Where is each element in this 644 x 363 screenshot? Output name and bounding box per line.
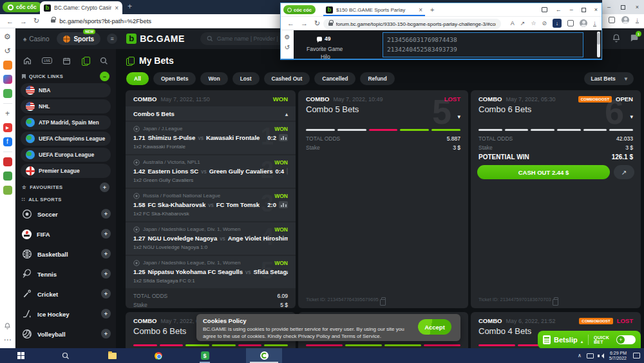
stats-icon[interactable] bbox=[279, 134, 288, 141]
tab-close-icon[interactable] bbox=[419, 6, 422, 14]
card-subheader[interactable]: Combo 5 Bets bbox=[126, 106, 296, 121]
profile-avatar[interactable] bbox=[621, 16, 629, 24]
popup-browser-window[interactable]: cốc cốc $150 BC.GAME Sports Parlay forum… bbox=[280, 3, 602, 60]
bet-card-combo-open[interactable]: COMBO May 7, 2022, 05:30 COMBOBOOST OPEN… bbox=[471, 90, 641, 308]
sidebar-item-uefa-champions[interactable]: UEFA Champions League bbox=[21, 132, 111, 146]
comments-count[interactable]: 49 bbox=[317, 35, 330, 42]
live-icon[interactable]: LIVE bbox=[42, 57, 52, 64]
filter-refund[interactable]: Refund bbox=[360, 72, 394, 85]
filter-cancelled[interactable]: Cancelled bbox=[314, 72, 355, 85]
extensions-icon[interactable] bbox=[567, 20, 574, 26]
network-icon[interactable] bbox=[587, 353, 594, 358]
sidebar-item-ice-hockey[interactable]: Ice Hockey bbox=[21, 306, 111, 322]
maximize-button[interactable] bbox=[621, 5, 625, 10]
popup-scrollbar[interactable] bbox=[597, 32, 600, 57]
back-button[interactable] bbox=[6, 17, 14, 25]
sidebar-item-nhl[interactable]: NHL bbox=[21, 99, 111, 113]
casino-tab[interactable]: Casino bbox=[23, 35, 49, 43]
taskbar-clock[interactable]: 6:29 PM 5/7/2022 bbox=[609, 351, 627, 361]
card-app-icon[interactable] bbox=[3, 186, 12, 195]
browser-tab[interactable]: BC.Game: Crypto Casino Gam bbox=[40, 1, 122, 14]
taskbar-search-icon[interactable] bbox=[58, 348, 73, 363]
add-sport-button[interactable] bbox=[101, 309, 111, 319]
sort-dropdown[interactable]: Last Bets bbox=[584, 72, 634, 85]
extensions-icon[interactable] bbox=[609, 17, 615, 23]
site-chat-icon[interactable]: 1 bbox=[629, 34, 639, 43]
tab-close-icon[interactable] bbox=[115, 5, 118, 12]
add-sport-button[interactable] bbox=[101, 209, 111, 219]
forward-button[interactable] bbox=[20, 17, 27, 25]
youtube-icon[interactable] bbox=[3, 123, 12, 132]
sidebar-item-tennis[interactable]: Tennis bbox=[21, 266, 111, 282]
site-bell-icon[interactable] bbox=[612, 34, 621, 43]
add-sport-button[interactable] bbox=[101, 249, 111, 259]
add-favourite-button[interactable] bbox=[100, 182, 109, 192]
downloads-icon[interactable] bbox=[593, 20, 596, 26]
sports-tab[interactable]: Sports NEW bbox=[57, 32, 100, 45]
new-tab-button[interactable] bbox=[430, 6, 434, 14]
expand-icon[interactable] bbox=[630, 113, 633, 120]
filter-cashed-out[interactable]: Cashed Out bbox=[264, 72, 310, 85]
bet-card-combo-won[interactable]: COMBO May 7, 2022, 11:50 WON Combo 5 Bet… bbox=[126, 90, 296, 308]
my-bets-icon[interactable] bbox=[82, 57, 90, 64]
sidebar-item-cricket[interactable]: Cricket bbox=[21, 286, 111, 302]
close-button[interactable] bbox=[594, 6, 598, 13]
close-button[interactable] bbox=[636, 4, 639, 10]
copy-icon[interactable] bbox=[381, 297, 386, 302]
share-icon[interactable] bbox=[520, 20, 526, 26]
stats-icon[interactable] bbox=[279, 201, 288, 208]
sidebar-item-soccer[interactable]: Soccer bbox=[21, 206, 111, 222]
add-sport-button[interactable] bbox=[101, 229, 111, 239]
reload-button[interactable] bbox=[33, 17, 39, 25]
facebook-icon[interactable] bbox=[3, 137, 12, 146]
popup-tab[interactable]: $150 BC.GAME Sports Parlay bbox=[323, 5, 425, 16]
ticket-codes-field[interactable]: 2134566031769874438 2134240452583493739 bbox=[383, 32, 583, 57]
filter-lost[interactable]: Lost bbox=[232, 72, 260, 85]
history-icon[interactable] bbox=[3, 46, 12, 55]
url-field[interactable]: forum.bc.game/topic/9330-150-bcgame-spor… bbox=[323, 19, 501, 29]
sidebar-item-premier-league[interactable]: Premier League bbox=[21, 164, 111, 178]
adblock-icon[interactable] bbox=[542, 20, 547, 26]
add-shortcut-icon[interactable] bbox=[3, 109, 12, 118]
forward-button[interactable] bbox=[301, 19, 308, 27]
filter-all[interactable]: All bbox=[126, 72, 149, 85]
schedule-icon[interactable] bbox=[62, 57, 71, 65]
filter-won[interactable]: Won bbox=[200, 72, 227, 85]
messenger-icon[interactable] bbox=[3, 75, 12, 84]
start-button[interactable] bbox=[13, 348, 28, 363]
new-tab-button[interactable] bbox=[128, 2, 132, 11]
add-sport-button[interactable] bbox=[101, 329, 111, 338]
share-bet-button[interactable] bbox=[614, 165, 634, 179]
chrome-icon[interactable] bbox=[151, 348, 166, 363]
games-icon[interactable] bbox=[3, 89, 12, 98]
stats-icon[interactable] bbox=[287, 168, 288, 175]
maximize-button[interactable] bbox=[582, 8, 586, 12]
coccoc-logo[interactable]: cốc cốc bbox=[3, 2, 42, 12]
expand-icon[interactable] bbox=[457, 113, 460, 120]
home-icon[interactable] bbox=[23, 57, 32, 65]
sidebar-item-volleyball[interactable]: Volleyball bbox=[21, 326, 111, 342]
coccoc-logo[interactable]: cốc cốc bbox=[283, 5, 316, 14]
bet-card-combo-lost[interactable]: COMBO May 7, 2022, 10:49 LOST Combo 5 Be… bbox=[298, 90, 468, 308]
sidebar-item-nba[interactable]: NBA bbox=[21, 83, 111, 97]
minimize-button[interactable] bbox=[570, 6, 573, 13]
url-text[interactable]: bc.game/sports?bt-path=%2Fbets bbox=[59, 17, 151, 25]
file-explorer-icon[interactable] bbox=[104, 348, 120, 363]
hot-trend-icon[interactable] bbox=[3, 61, 12, 70]
sidebar-item-fifa[interactable]: FIFA bbox=[21, 226, 111, 242]
download-active-icon[interactable] bbox=[553, 19, 562, 28]
minimize-button[interactable] bbox=[607, 4, 611, 10]
bookmark-star-icon[interactable] bbox=[531, 20, 536, 26]
bcgame-logo[interactable]: BC.GAME bbox=[126, 34, 185, 44]
translate-icon[interactable] bbox=[511, 20, 515, 26]
profile-avatar[interactable] bbox=[580, 19, 587, 27]
accept-cookies-button[interactable]: Accept bbox=[418, 319, 451, 335]
coccoc-taskbar-icon[interactable] bbox=[246, 348, 282, 363]
downloads-icon[interactable] bbox=[636, 17, 639, 23]
settings-icon[interactable] bbox=[3, 32, 12, 41]
reload-button[interactable] bbox=[314, 19, 320, 28]
add-sport-button[interactable] bbox=[101, 289, 111, 299]
sidebar-item-uefa-europa[interactable]: UEFA Europa League bbox=[21, 148, 111, 162]
action-center-icon[interactable] bbox=[633, 353, 640, 358]
add-sport-button[interactable] bbox=[101, 269, 111, 279]
